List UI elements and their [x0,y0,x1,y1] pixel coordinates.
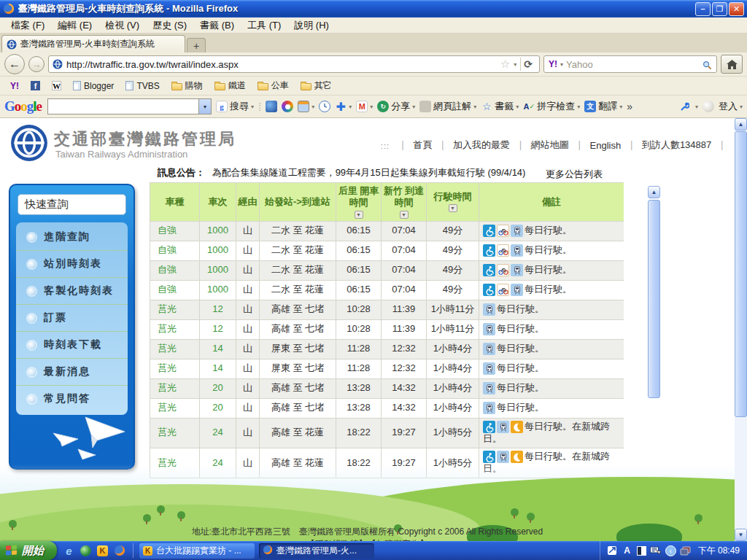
taskbar-task[interactable]: K台大批踢踢實業坊 - ... [139,543,255,559]
tab-active[interactable]: 臺灣鐵路管理局-火車時刻查詢系統 [1,35,185,52]
site-nav-link[interactable]: 網站地圖 [531,139,569,152]
quick-search-box[interactable]: 快速查詢 [18,194,126,215]
wrench-dropdown-icon[interactable]: ▾ [695,104,698,110]
ime-icon[interactable] [606,545,618,556]
new-tab-button[interactable]: + [187,38,206,52]
spellcheck-button[interactable]: A✓ 拼字檢查▾ [523,100,580,113]
google-search-button[interactable]: g 搜尋▾ [216,100,254,113]
wheelchair-icon [483,451,495,463]
sort-button[interactable]: ▼ [355,211,363,219]
fullwidth-toggle-icon[interactable] [637,546,646,556]
bookmark-label: TVBS [136,81,159,91]
page-scrollbar[interactable]: ▲ ▼ [735,118,747,541]
bookmark-item[interactable]: Y! [6,79,23,93]
toolbar-overflow-button[interactable]: » [627,101,632,112]
train-number-cell: 1000 [200,241,236,260]
search-bar[interactable]: Y! ▾ Yahoo [543,55,717,73]
windows-flag-icon [6,545,18,556]
train-type-cell: 自強 [150,260,200,280]
train-icon [483,343,495,355]
footer-links[interactable]: 【隱私權政策】【無障礙宣告】 [0,538,735,541]
bookmark-item[interactable]: 購物 [167,78,207,93]
bookmark-item[interactable]: Blogger [69,79,118,93]
sort-button[interactable]: ▼ [400,211,409,219]
column-header: 始發站->到達站 [260,183,336,222]
bookmark-item[interactable]: TVBS [121,79,163,93]
search-placeholder[interactable]: Yahoo [566,59,700,70]
via-cell: 山 [236,319,260,339]
page-scroll-down-icon[interactable]: ▼ [735,529,747,541]
back-button[interactable]: ← [4,54,25,74]
bookmark-item[interactable]: 其它 [296,78,336,93]
menu-item[interactable]: 檢視 (V) [98,18,146,34]
bookmark-item[interactable]: f [26,79,44,92]
forward-button[interactable]: → [28,56,44,72]
bookmark-dropdown-icon[interactable]: ▾ [514,61,516,68]
ie-icon[interactable]: e [63,545,75,557]
wrench-icon[interactable] [679,101,691,112]
url-bar[interactable]: http://twtraffic.tra.gov.tw/twrail/index… [48,55,540,73]
minimize-button[interactable]: – [695,2,711,16]
picasa-icon[interactable] [282,101,293,112]
translate-button[interactable]: 文 翻譯▾ [584,100,622,113]
menu-item[interactable]: 歷史 (S) [146,18,193,34]
site-nav-link[interactable]: English [590,140,622,151]
page-scroll-up-icon[interactable]: ▲ [735,118,747,131]
taskbar-task[interactable]: 臺灣鐵路管理局-火... [259,543,374,559]
maximize-button[interactable]: ❐ [712,2,727,16]
sidebar-item[interactable]: 訂票 [16,305,128,332]
ime-mode-icon[interactable]: A [622,545,633,556]
sidebar-item[interactable]: 常見問答 [16,386,128,412]
page-scroll-thumb[interactable] [735,131,747,417]
site-nav-link[interactable]: 加入我的最愛 [453,139,510,152]
google-search-dropdown-icon[interactable]: ▾ [198,99,211,114]
google-search-input[interactable] [48,99,198,114]
display-tray-icon[interactable] [680,545,692,556]
signin-button[interactable]: 登入▾ [719,100,743,113]
tray-collapse-icon[interactable]: ‹ [665,545,676,556]
menu-item[interactable]: 檔案 (F) [4,18,51,34]
gmail-icon[interactable]: M▾ [356,101,373,112]
search-engine-dropdown-icon[interactable]: ▾ [560,61,563,68]
menu-item[interactable]: 工具 (T) [241,18,287,34]
table-header-row: 車種車次經由始發站->到達站后里 開車時間▼新竹 到達時間▼行駛時間▼備註 [150,183,624,222]
bookmark-item[interactable]: W [47,79,66,92]
sidebar-item[interactable]: 進階查詢 [16,224,128,251]
start-button[interactable]: 開始 [0,541,57,560]
bookmark-item[interactable]: 鐵道 [210,78,250,93]
table-scrollbar[interactable]: ▲ ▼ [648,186,660,493]
sidebar-item[interactable]: 時刻表下載 [16,332,128,359]
menu-item[interactable]: 書籤 (B) [193,18,241,34]
sort-button[interactable]: ▼ [449,204,457,212]
home-button[interactable] [721,55,743,74]
share-button[interactable]: ↻ 分享▾ [377,100,415,113]
google-earth-icon[interactable] [266,101,277,112]
kkman-icon[interactable]: K [96,545,109,557]
window-tool-icon[interactable]: ▾ [298,101,314,112]
bookmark-item[interactable]: 公車 [253,78,293,93]
table-scroll-up-icon[interactable]: ▲ [648,186,660,198]
google-bookmarks-button[interactable]: ☆ 書籤▾ [481,100,519,113]
language-bar-icon[interactable] [650,545,662,556]
google-plus-icon[interactable]: ✚▾ [335,101,352,112]
bookmark-star-icon[interactable]: ☆ [500,58,510,71]
firefox-quicklaunch-icon[interactable] [113,545,125,557]
sidebar-item[interactable]: 最新消息 [16,359,128,386]
site-nav-link[interactable]: 首頁 [413,139,432,152]
annotate-button[interactable]: 網頁註解▾ [419,100,476,113]
magnifier-icon[interactable] [703,60,712,69]
globe-icon[interactable] [80,545,92,557]
menu-item[interactable]: 編輯 (E) [51,18,98,34]
clock-icon[interactable] [319,101,330,112]
more-announcements-link[interactable]: 更多公告列表 [546,168,603,181]
reload-button[interactable]: ⟳ [520,58,535,71]
menu-item[interactable]: 說明 (H) [287,18,336,34]
table-scroll-thumb[interactable] [648,200,660,398]
url-text[interactable]: http://twtraffic.tra.gov.tw/twrail/index… [66,59,497,70]
sidebar-item[interactable]: 站別時刻表 [16,251,128,278]
close-button[interactable]: ✕ [729,2,744,16]
sidebar-item[interactable]: 客製化時刻表 [16,278,128,305]
via-cell: 山 [236,221,260,241]
yahoo-icon[interactable]: Y! [549,59,557,69]
nav-separator: ｜ [575,139,584,152]
